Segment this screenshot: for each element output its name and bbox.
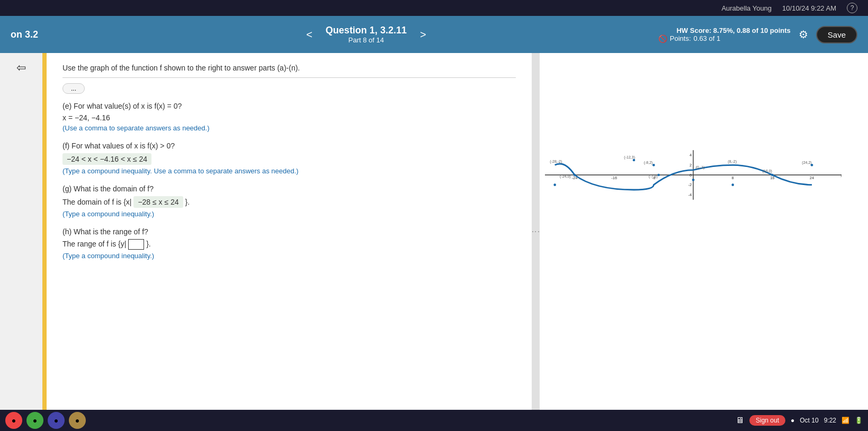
taskbar-icon-4[interactable]: ● xyxy=(69,412,86,429)
svg-text:2: 2 xyxy=(690,163,692,168)
svg-text:8: 8 xyxy=(732,175,734,180)
question-part-e: (e) For what value(s) of x is f(x) = 0? … xyxy=(62,102,516,132)
part-h-question: (h) What is the range of f? xyxy=(62,227,516,236)
svg-text:(-28,-2): (-28,-2) xyxy=(550,160,562,164)
right-graph-panel: -24 -16 -8 8 16 24 x 4 2 0 -2 -4 xyxy=(540,53,868,410)
part-g-answer: The domain of f is {x| −28 ≤ x ≤ 24 }. xyxy=(62,196,516,208)
part-f-answer: −24 < x < −4.16 < x ≤ 24 xyxy=(62,153,516,165)
taskbar-time: 9:22 xyxy=(824,417,836,424)
network-icon: ● xyxy=(791,417,794,424)
header-right: HW Score: 8.75%, 0.88 of 10 points 🚫 Poi… xyxy=(658,26,857,43)
user-name: Aurabella Young xyxy=(721,4,772,12)
part-g-hint: (Type a compound inequality.) xyxy=(62,210,516,218)
question-title-block: Question 1, 3.2.11 Part 8 of 14 xyxy=(326,25,407,44)
score-block: HW Score: 8.75%, 0.88 of 10 points 🚫 Poi… xyxy=(658,27,791,43)
expand-button[interactable]: ... xyxy=(62,83,85,94)
left-sidebar: ⇦ xyxy=(0,53,42,410)
svg-point-23 xyxy=(633,159,636,162)
question-part-f: (f) For what values of x is f(x) > 0? −2… xyxy=(62,142,516,175)
svg-text:(8,-2): (8,-2) xyxy=(728,160,737,164)
main-content: ⇦ Use the graph of the function f shown … xyxy=(0,53,868,410)
taskbar: ● ● ● ● 🖥 Sign out ● Oct 10 9:22 📶 🔋 xyxy=(0,410,868,431)
taskbar-icon-3[interactable]: ● xyxy=(48,412,65,429)
part-e-answer: x = −24, −4.16 xyxy=(62,113,516,122)
svg-text:4: 4 xyxy=(690,153,692,157)
next-question-button[interactable]: > xyxy=(415,26,432,43)
svg-text:(-24,0): (-24,0) xyxy=(560,174,571,179)
svg-point-31 xyxy=(771,174,774,177)
svg-text:(0,-1): (0,-1) xyxy=(696,165,705,170)
points-line: 🚫 Points: 0.63 of 1 xyxy=(658,34,791,43)
content-area: Use the graph of the function f shown to… xyxy=(47,53,532,410)
part-g-answer-value: −28 ≤ x ≤ 24 xyxy=(133,196,183,208)
taskbar-date: Oct 10 xyxy=(800,417,818,424)
content-divider xyxy=(62,77,516,78)
svg-point-24 xyxy=(811,164,813,166)
taskbar-icon-2[interactable]: ● xyxy=(26,412,43,429)
wifi-icon: 📶 xyxy=(842,417,849,424)
svg-text:(16,0): (16,0) xyxy=(763,169,772,173)
svg-text:(-8,2): (-8,2) xyxy=(644,161,653,165)
question-nav: < Question 1, 3.2.11 Part 8 of 14 > xyxy=(74,25,658,44)
help-icon[interactable]: ? xyxy=(847,3,857,13)
hw-score-label: HW Score: xyxy=(676,27,711,34)
svg-text:-2: -2 xyxy=(688,182,692,187)
part-e-question: (e) For what value(s) of x is f(x) = 0? xyxy=(62,102,516,110)
gear-button[interactable]: ⚙ xyxy=(799,28,808,41)
part-g-question: (g) What is the domain of f? xyxy=(62,184,516,193)
svg-point-29 xyxy=(553,183,556,186)
svg-text:24: 24 xyxy=(810,175,814,180)
question-part-g: (g) What is the domain of f? The domain … xyxy=(62,184,516,218)
taskbar-right: 🖥 Sign out ● Oct 10 9:22 📶 🔋 xyxy=(736,415,863,426)
instruction-text: Use the graph of the function f shown to… xyxy=(62,64,516,72)
yellow-accent-bar xyxy=(42,53,47,410)
datetime: 10/10/24 9:22 AM xyxy=(782,4,836,12)
taskbar-monitor-icon: 🖥 xyxy=(736,416,744,425)
question-part-h: (h) What is the range of f? The range of… xyxy=(62,227,516,260)
graph-container: -24 -16 -8 8 16 24 x 4 2 0 -2 -4 xyxy=(545,69,863,283)
part-f-answer-highlight: −24 < x < −4.16 < x ≤ 24 xyxy=(62,153,151,165)
svg-text:-16: -16 xyxy=(611,175,617,180)
svg-text:0: 0 xyxy=(690,173,692,178)
svg-point-28 xyxy=(692,179,695,181)
sign-out-button[interactable]: Sign out xyxy=(749,415,785,426)
points-value: 0.63 of 1 xyxy=(694,34,721,42)
top-bar: Aurabella Young 10/10/24 9:22 AM ? xyxy=(0,0,868,16)
panel-divider[interactable]: ⋮ xyxy=(532,53,540,410)
part-h-answer-input[interactable] xyxy=(128,239,144,250)
back-arrow-icon[interactable]: ⇦ xyxy=(16,61,26,75)
question-header: on 3.2 < Question 1, 3.2.11 Part 8 of 14… xyxy=(0,16,868,53)
prev-question-button[interactable]: < xyxy=(301,26,318,43)
save-button[interactable]: Save xyxy=(816,26,857,43)
function-graph: -24 -16 -8 8 16 24 x 4 2 0 -2 -4 xyxy=(545,69,842,281)
section-title: on 3.2 xyxy=(11,29,74,40)
hw-score-line: HW Score: 8.75%, 0.88 of 10 points xyxy=(658,27,791,34)
part-h-hint: (Type a compound inequality.) xyxy=(62,252,516,260)
svg-text:(24,2): (24,2) xyxy=(802,161,811,165)
svg-point-25 xyxy=(652,164,655,166)
part-e-hint: (Use a comma to separate answers as need… xyxy=(62,124,516,132)
question-part-label: Part 8 of 14 xyxy=(326,36,407,44)
hw-score-value: 8.75%, 0.88 of 10 points xyxy=(713,27,791,34)
svg-text:(-7,0): (-7,0) xyxy=(649,174,658,179)
taskbar-icon-1[interactable]: ● xyxy=(5,412,22,429)
battery-icon: 🔋 xyxy=(855,417,863,424)
svg-text:x: x xyxy=(840,173,842,178)
svg-point-27 xyxy=(657,174,660,177)
svg-point-30 xyxy=(731,183,734,186)
no-entry-icon: 🚫 xyxy=(658,34,667,43)
svg-point-26 xyxy=(574,174,576,177)
svg-text:-4: -4 xyxy=(688,192,692,197)
part-h-answer: The range of f is {y| }. xyxy=(62,239,516,250)
points-label: Points: xyxy=(670,34,691,42)
part-f-hint: (Type a compound inequality. Use a comma… xyxy=(62,167,516,175)
part-f-question: (f) For what values of x is f(x) > 0? xyxy=(62,142,516,150)
question-main-title: Question 1, 3.2.11 xyxy=(326,25,407,36)
